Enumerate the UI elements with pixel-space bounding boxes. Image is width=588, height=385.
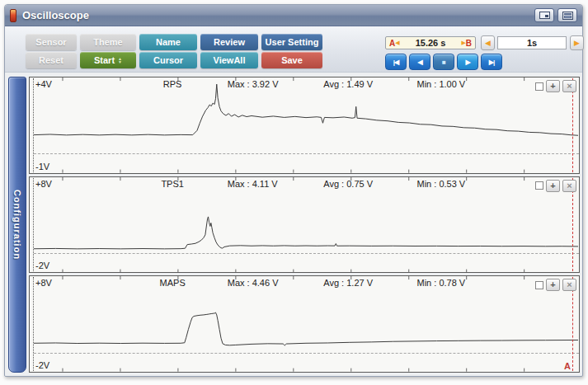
plus-icon: + — [550, 280, 555, 289]
toolbar: SensorThemeNameReviewUser Setting ResetS… — [5, 26, 582, 73]
range-bottom-label: -2V — [35, 360, 49, 370]
left-arrow-icon: ◀ — [485, 39, 491, 47]
interval-value-box[interactable]: 1s — [497, 36, 567, 49]
min-readout: Min : 1.00 V — [417, 79, 466, 89]
viewall-button[interactable]: ViewAll — [200, 52, 258, 68]
range-bottom-label: -1V — [35, 162, 49, 171]
play-icon: ▶ — [465, 59, 469, 66]
close-channel-button[interactable]: × — [562, 180, 576, 192]
interval-decrease-button[interactable]: ◀ — [481, 35, 495, 50]
range-top-label: +4V — [35, 79, 52, 89]
waveform-tps1 — [34, 177, 578, 273]
button-label: Start — [94, 55, 115, 65]
range-top-label: +8V — [35, 179, 52, 189]
channel-list: +4V -1V RPS Max : 3.92 V Avg : 1.49 V Mi… — [29, 77, 580, 373]
cursor-a-line[interactable] — [572, 178, 573, 272]
configuration-sidebar[interactable]: Configuration — [8, 77, 26, 373]
save-button[interactable]: Save — [261, 52, 322, 68]
button-label: Save — [281, 55, 303, 65]
ab-range-box: A ◀ 15.26 s ▶ B — [385, 36, 476, 49]
sensor-button[interactable]: Sensor — [26, 34, 77, 50]
sidebar-label: Configuration — [12, 190, 22, 260]
zoom-in-button[interactable]: + — [546, 180, 560, 192]
close-channel-button[interactable]: × — [562, 80, 576, 92]
channel-select-checkbox[interactable] — [535, 181, 543, 190]
skip-to-end-button[interactable]: ▶| — [481, 54, 502, 70]
plus-icon: + — [550, 82, 555, 91]
capture-window-button[interactable] — [534, 8, 554, 22]
main-area: Configuration +4V -1V RPS Max : 3.92 V A… — [5, 73, 582, 376]
cursor-a-line[interactable] — [572, 277, 573, 371]
min-readout: Min : 0.53 V — [417, 179, 466, 189]
cursor-button[interactable]: Cursor — [139, 52, 197, 68]
close-icon: × — [567, 181, 572, 190]
interval-increase-button[interactable]: ▶ — [570, 35, 584, 50]
avg-readout: Avg : 0.75 V — [323, 179, 373, 189]
close-channel-button[interactable]: × — [562, 279, 576, 291]
button-label: User Setting — [266, 37, 319, 47]
window-controls — [534, 8, 577, 22]
zero-reference-line — [34, 253, 579, 254]
user-setting-button[interactable]: User Setting — [261, 34, 322, 50]
channel-name: RPS — [139, 79, 205, 89]
right-arrow-icon: ▶ — [574, 39, 580, 47]
button-label: Reset — [39, 55, 64, 65]
skip-to-start-icon: |◀ — [393, 59, 398, 66]
ab-range-value: 15.26 s — [400, 38, 462, 48]
cursor-a-line[interactable] — [572, 78, 573, 172]
cursor-a-tag: A — [564, 361, 571, 371]
button-label: Sensor — [35, 37, 66, 47]
max-readout: Max : 3.92 V — [228, 79, 279, 89]
cursor-a-label: A — [389, 39, 395, 48]
channel-controls: + × — [535, 180, 576, 192]
zoom-in-button[interactable]: + — [546, 80, 560, 92]
channel-name: TPS1 — [139, 179, 205, 189]
skip-to-start-button[interactable]: |◀ — [385, 54, 407, 70]
name-button[interactable]: Name — [139, 34, 197, 50]
channel-controls: + × — [535, 80, 576, 92]
close-icon: × — [567, 280, 572, 289]
step-back-button[interactable]: ◀ — [409, 54, 430, 70]
window-title: Oscilloscope — [22, 9, 89, 21]
channel-panel-maps: A +8V -2V MAPS Max : 4.46 V Avg : 1.27 V… — [29, 275, 580, 373]
reset-button[interactable]: Reset — [26, 52, 77, 68]
avg-readout: Avg : 1.49 V — [323, 79, 373, 89]
stop-icon: ■ — [442, 59, 445, 66]
tile-windows-icon — [562, 12, 573, 20]
channel-panel-tps1: +8V -2V TPS1 Max : 4.11 V Avg : 0.75 V M… — [29, 176, 580, 274]
plus-icon: + — [550, 181, 555, 190]
step-back-icon: ◀ — [417, 59, 421, 66]
max-readout: Max : 4.11 V — [228, 179, 278, 189]
button-label: Theme — [93, 37, 122, 47]
tile-windows-button[interactable] — [557, 8, 577, 22]
cursor-b-label: B — [466, 39, 472, 48]
screen-capture-icon — [539, 12, 550, 19]
spinner-arrows-icon[interactable]: ▲▼ — [118, 57, 122, 63]
zero-reference-line — [34, 153, 579, 154]
min-readout: Min : 0.78 V — [417, 278, 466, 288]
channel-select-checkbox[interactable] — [535, 82, 543, 91]
skip-to-end-icon: ▶| — [489, 59, 494, 66]
range-bottom-label: -2V — [35, 261, 49, 270]
stop-button[interactable]: ■ — [433, 54, 454, 70]
review-button[interactable]: Review — [200, 34, 258, 50]
channel-panel-rps: +4V -1V RPS Max : 3.92 V Avg : 1.49 V Mi… — [29, 77, 580, 174]
titlebar[interactable]: Oscilloscope — [5, 5, 582, 26]
toolbar-row-2: ResetStart▲▼CursorViewAllSave — [26, 52, 322, 68]
toolbar-row-1: SensorThemeNameReviewUser Setting — [26, 34, 322, 50]
app-icon — [10, 9, 16, 22]
theme-button[interactable]: Theme — [80, 34, 136, 50]
start-button[interactable]: Start▲▼ — [80, 52, 136, 68]
button-label: Review — [214, 37, 245, 47]
channel-select-checkbox[interactable] — [535, 281, 543, 289]
waveform-maps — [34, 276, 578, 372]
zero-reference-line — [34, 353, 579, 354]
transport-controls: |◀◀■▶▶| — [385, 54, 502, 70]
play-button[interactable]: ▶ — [457, 54, 478, 70]
button-label: ViewAll — [214, 55, 246, 65]
zoom-in-button[interactable]: + — [546, 279, 560, 291]
channel-name: MAPS — [139, 278, 205, 288]
oscilloscope-window: Oscilloscope SensorThemeNameReviewUser S… — [4, 4, 583, 377]
button-label: Cursor — [153, 55, 183, 65]
button-label: Name — [156, 37, 181, 47]
